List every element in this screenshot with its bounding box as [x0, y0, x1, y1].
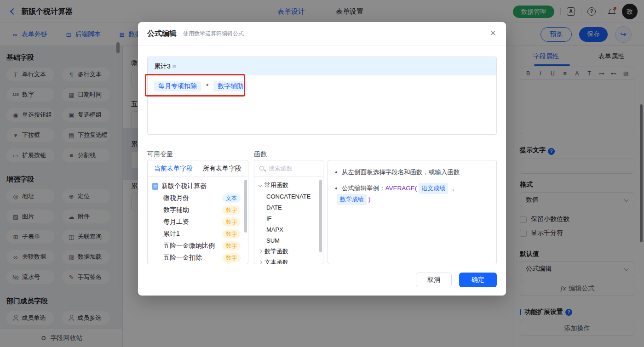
dialog-subtitle: 使用数学运算符编辑公式 — [183, 30, 244, 38]
type-badge: 数字 — [222, 229, 241, 239]
type-badge: 数字 — [222, 253, 241, 262]
formula-target: 累计3 = — [148, 57, 496, 75]
cancel-button[interactable]: 取消 — [416, 273, 452, 287]
bullet — [335, 188, 337, 189]
variables-panel: 当前表单字段 所有表单字段 新版个税计算器 缴税月份文本 数字辅助数字 每月工资… — [147, 160, 248, 264]
formula-editor-area[interactable]: 累计3 = 每月专项扣除 * 数字辅助 — [147, 57, 497, 135]
variable-row[interactable]: 数字辅助数字 — [148, 204, 248, 216]
formula-field-token[interactable]: 数字辅助 — [213, 81, 247, 91]
type-badge: 文本 — [222, 193, 241, 203]
type-badge: 数字 — [222, 205, 241, 215]
function-group-math[interactable]: 数学函数 — [254, 246, 323, 257]
type-badge: 数字 — [222, 241, 241, 250]
type-badge: 数字 — [222, 217, 241, 227]
dialog-title: 公式编辑 — [147, 29, 177, 39]
function-item[interactable]: MAPX — [254, 224, 323, 235]
functions-scrollbar[interactable] — [319, 180, 322, 252]
function-group-common[interactable]: 常用函数 — [254, 180, 323, 191]
chevron-right-icon — [259, 261, 262, 264]
variable-row[interactable]: 五险一金扣除数字 — [148, 252, 248, 264]
function-search[interactable] — [254, 160, 323, 177]
help-example-label: 公式编辑举例： — [342, 183, 385, 193]
example-field-token: 数学成绩 — [337, 194, 367, 205]
example-comma: ， — [450, 183, 456, 193]
formula-operator: * — [206, 82, 208, 90]
variable-row[interactable]: 五险一金缴纳比例数字 — [148, 240, 248, 252]
function-search-input[interactable] — [269, 165, 315, 172]
tab-current-form-fields[interactable]: 当前表单字段 — [154, 165, 193, 173]
formula-field-token[interactable]: 每月专项扣除 — [154, 81, 201, 91]
close-icon[interactable]: × — [490, 28, 496, 38]
variables-section-label: 可用变量 — [147, 150, 173, 159]
variable-row[interactable]: 每月工资数字 — [148, 216, 248, 228]
formula-help-panel: 从左侧面板选择字段名和函数，或输入函数 公式编辑举例： AVERAGE( 语文成… — [328, 160, 497, 264]
example-function-close: ) — [368, 194, 371, 205]
bullet — [335, 171, 337, 173]
variable-row[interactable]: 缴税月份文本 — [148, 192, 248, 204]
chevron-down-icon — [259, 183, 262, 187]
variable-row[interactable]: 累计1数字 — [148, 228, 248, 240]
chevron-right-icon — [259, 250, 262, 253]
search-icon — [259, 165, 265, 172]
variables-root-form[interactable]: 新版个税计算器 — [148, 180, 248, 192]
function-item[interactable]: SUM — [254, 235, 323, 246]
function-item[interactable]: CONCATENATE — [254, 191, 323, 202]
function-item[interactable]: DATE — [254, 202, 323, 213]
functions-panel: 常用函数 CONCATENATE DATE IF MAPX SUM 数学函数 文… — [254, 160, 323, 264]
function-group-text[interactable]: 文本函数 — [254, 257, 323, 264]
form-doc-icon — [152, 183, 158, 190]
variables-scrollbar[interactable] — [244, 180, 247, 233]
formula-editor-dialog: 公式编辑 使用数学运算符编辑公式 × 累计3 = 每月专项扣除 * 数字辅助 可… — [138, 22, 506, 296]
example-function-open: AVERAGE( — [385, 183, 417, 193]
example-field-token: 语文成绩 — [419, 183, 448, 194]
functions-section-label: 函数 — [254, 150, 267, 159]
tab-all-form-fields[interactable]: 所有表单字段 — [203, 165, 242, 173]
function-item[interactable]: IF — [254, 213, 323, 224]
confirm-button[interactable]: 确定 — [459, 273, 497, 287]
help-text: 从左侧面板选择字段名和函数，或输入函数 — [342, 167, 460, 177]
